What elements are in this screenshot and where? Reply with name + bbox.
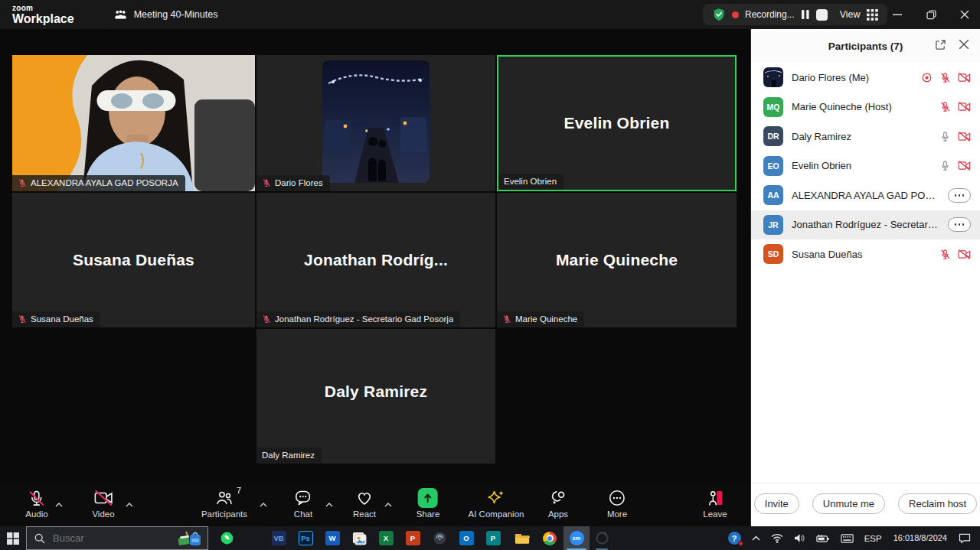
- visual-basic-icon[interactable]: VB: [266, 526, 292, 550]
- audio-button[interactable]: Audio: [25, 488, 47, 519]
- recording-pill: Recording... View: [703, 4, 887, 25]
- clock[interactable]: 16:01 8/8/2024: [887, 526, 953, 550]
- avatar-initials: JR: [768, 220, 778, 229]
- video-tile-dario[interactable]: Dario Flores: [256, 55, 495, 191]
- word-icon[interactable]: W: [319, 526, 345, 550]
- share-screen-icon: [418, 488, 438, 508]
- audio-label: Audio: [25, 509, 47, 519]
- participant-name: Daly Ramirez: [792, 131, 931, 142]
- pause-recording-button[interactable]: [801, 9, 810, 20]
- taskbar-search-box[interactable]: [26, 526, 208, 550]
- video-tile-evelin[interactable]: Evelin Obrien Evelin Obrien: [497, 55, 737, 191]
- stop-recording-button[interactable]: [816, 9, 828, 21]
- participant-row-alexandra[interactable]: AA ALEXANDRA AYALA GAD POSORJA: [751, 181, 980, 210]
- name-tag: Jonathan Rodríguez - Secretario Gad Poso…: [256, 311, 460, 327]
- participant-row-jonathan[interactable]: JR Jonathan Rodríguez - Secretario Ga...: [751, 210, 980, 240]
- wifi-icon[interactable]: [766, 526, 789, 550]
- whatsapp-icon[interactable]: [214, 526, 240, 550]
- video-off-icon: [958, 249, 971, 260]
- volume-icon[interactable]: [789, 526, 811, 550]
- zoom-app-icon[interactable]: zm: [564, 526, 590, 550]
- video-tile-alexandra[interactable]: ALEXANDRA AYALA GAD POSORJA: [12, 55, 255, 191]
- help-notification-icon[interactable]: ?: [723, 526, 746, 550]
- action-center-icon[interactable]: [953, 526, 980, 550]
- participant-row-marie[interactable]: MQ Marie Quineche (Host): [751, 93, 980, 122]
- video-tile-daly[interactable]: Daly Ramirez Daly Ramirez: [256, 329, 495, 464]
- audio-options-caret[interactable]: [55, 496, 63, 510]
- avatar-initials: EO: [767, 161, 779, 171]
- participant-name: Jonathan Rodríguez - Secretario Ga...: [792, 219, 939, 230]
- more-label: More: [607, 509, 627, 519]
- video-off-icon: [958, 101, 971, 112]
- photoshop-icon[interactable]: Ps: [292, 526, 318, 550]
- participant-row-daly[interactable]: DR Daly Ramirez: [751, 122, 980, 151]
- background-app-icon[interactable]: [589, 526, 615, 550]
- participant-row-dario[interactable]: Dario Flores (Me): [751, 63, 980, 93]
- close-panel-button[interactable]: [959, 39, 969, 53]
- video-tile-jonathan[interactable]: Jonathan Rodríg... Jonathan Rodríguez - …: [256, 193, 495, 327]
- chrome-icon[interactable]: [537, 526, 563, 550]
- tile-display-name: Marie Quineche: [497, 193, 737, 327]
- recording-dot-icon: [732, 11, 739, 18]
- wireless-display-icon[interactable]: [426, 526, 452, 550]
- tray-expand-caret[interactable]: [746, 526, 766, 550]
- recording-indicator-icon: [921, 72, 933, 83]
- participants-label: Participants: [201, 509, 247, 519]
- leave-meeting-icon: [705, 489, 725, 507]
- name-tag-label: Susana Dueñas: [31, 314, 93, 324]
- restore-button[interactable]: [916, 0, 946, 29]
- chat-button[interactable]: Chat: [294, 488, 312, 519]
- view-button-label[interactable]: View: [840, 9, 861, 20]
- video-button[interactable]: Video: [92, 488, 114, 519]
- pop-out-button[interactable]: [935, 39, 946, 54]
- more-options-button[interactable]: [948, 217, 971, 232]
- meeting-tab-label: Meeting 40-Minutes: [134, 9, 218, 20]
- participant-row-susana[interactable]: SD Susana Dueñas: [751, 239, 980, 269]
- excel-icon[interactable]: X: [373, 526, 399, 550]
- avatar: SD: [763, 244, 783, 264]
- mic-muted-icon: [28, 490, 45, 507]
- leave-button[interactable]: Leave: [703, 488, 727, 519]
- video-off-icon: [958, 131, 971, 142]
- chat-options-caret[interactable]: [325, 496, 333, 510]
- start-button[interactable]: [0, 526, 26, 550]
- more-button[interactable]: More: [607, 488, 627, 519]
- publisher-icon[interactable]: P: [480, 526, 506, 550]
- ai-companion-button[interactable]: AI Companion: [469, 488, 524, 519]
- language-indicator[interactable]: ESP: [859, 526, 887, 550]
- file-explorer-icon[interactable]: [509, 526, 535, 550]
- muted-mic-icon: [262, 314, 271, 324]
- photos-icon[interactable]: [346, 526, 372, 550]
- windows-logo-icon: [7, 532, 19, 545]
- participants-button[interactable]: 7 Participants: [201, 488, 247, 519]
- react-button[interactable]: React: [353, 488, 376, 519]
- reclaim-host-button[interactable]: Reclaim host: [898, 493, 977, 514]
- video-options-caret[interactable]: [126, 496, 133, 510]
- more-options-button[interactable]: [948, 188, 971, 203]
- video-tile-marie[interactable]: Marie Quineche Marie Quineche: [497, 193, 737, 327]
- share-button[interactable]: Share: [416, 488, 440, 519]
- tile-display-name: Evelin Obrien: [498, 57, 735, 190]
- apps-button[interactable]: Apps: [548, 488, 568, 519]
- view-grid-icon[interactable]: [867, 9, 878, 21]
- react-options-caret[interactable]: [384, 496, 392, 510]
- invite-button[interactable]: Invite: [754, 493, 799, 514]
- muted-mic-icon: [502, 314, 511, 324]
- meeting-tab[interactable]: Meeting 40-Minutes: [114, 9, 218, 21]
- name-tag-label: Daly Ramirez: [262, 451, 315, 460]
- participants-options-caret[interactable]: [260, 496, 267, 510]
- touch-keyboard-icon[interactable]: [835, 526, 859, 550]
- minimize-button[interactable]: [882, 0, 913, 29]
- powerpoint-icon[interactable]: P: [400, 526, 426, 550]
- tile-display-name: Susana Dueñas: [12, 193, 255, 327]
- avatar: EO: [763, 156, 783, 176]
- video-tile-susana[interactable]: Susana Dueñas Susana Dueñas: [12, 193, 255, 327]
- participant-row-evelin[interactable]: EO Evelin Obrien: [751, 151, 980, 181]
- unmute-me-button[interactable]: Unmute me: [812, 493, 885, 514]
- outlook-icon[interactable]: O: [453, 526, 479, 550]
- ai-companion-label: AI Companion: [469, 509, 524, 519]
- search-input[interactable]: [51, 532, 171, 545]
- battery-icon[interactable]: [811, 526, 835, 550]
- chat-label: Chat: [294, 509, 312, 519]
- close-window-button[interactable]: [949, 0, 980, 29]
